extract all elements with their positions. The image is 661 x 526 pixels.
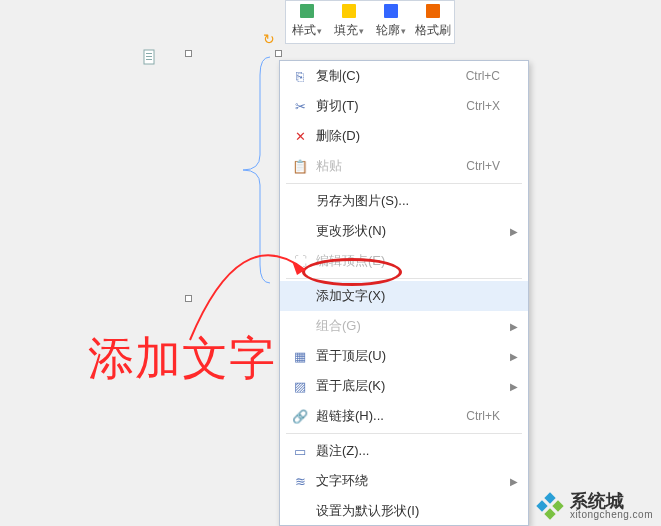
cut-label: 剪切(T) xyxy=(316,97,359,115)
style-label: 样式▾ xyxy=(292,22,322,39)
menu-group: 组合(G)▶ xyxy=(280,311,528,341)
save-as-image-label: 另存为图片(S)... xyxy=(316,192,409,210)
add-text-icon xyxy=(290,286,310,306)
bring-front-label: 置于顶层(U) xyxy=(316,347,386,365)
delete-icon: ✕ xyxy=(290,126,310,146)
outline-icon xyxy=(382,2,400,20)
group-submenu-arrow: ▶ xyxy=(510,321,518,332)
text-wrap-icon: ≋ xyxy=(290,471,310,491)
set-default-label: 设置为默认形状(I) xyxy=(316,502,419,520)
separator xyxy=(286,183,522,184)
svg-rect-10 xyxy=(536,500,547,511)
menu-hyperlink[interactable]: 🔗超链接(H)...Ctrl+K xyxy=(280,401,528,431)
format-painter-label: 格式刷 xyxy=(415,22,451,39)
change-shape-submenu-arrow: ▶ xyxy=(510,226,518,237)
outline-button[interactable]: 轮廓▾ xyxy=(370,1,412,43)
menu-copy[interactable]: ⎘复制(C)Ctrl+C xyxy=(280,61,528,91)
copy-shortcut: Ctrl+C xyxy=(466,69,500,83)
bring-front-submenu-arrow: ▶ xyxy=(510,351,518,362)
delete-label: 删除(D) xyxy=(316,127,360,145)
brace-shape[interactable] xyxy=(165,55,280,285)
paste-icon: 📋 xyxy=(290,156,310,176)
context-menu: ⎘复制(C)Ctrl+C✂剪切(T)Ctrl+X✕删除(D)📋粘贴Ctrl+V另… xyxy=(279,60,529,526)
hyperlink-icon: 🔗 xyxy=(290,406,310,426)
menu-set-default[interactable]: 设置为默认形状(I) xyxy=(280,496,528,526)
hyperlink-label: 超链接(H)... xyxy=(316,407,384,425)
menu-text-wrap[interactable]: ≋文字环绕▶ xyxy=(280,466,528,496)
text-wrap-submenu-arrow: ▶ xyxy=(510,476,518,487)
menu-bring-front[interactable]: ▦置于顶层(U)▶ xyxy=(280,341,528,371)
menu-paste: 📋粘贴Ctrl+V xyxy=(280,151,528,181)
watermark-logo xyxy=(536,492,564,520)
copy-icon: ⎘ xyxy=(290,66,310,86)
style-button[interactable]: 样式▾ xyxy=(286,1,328,43)
menu-change-shape[interactable]: 更改形状(N)▶ xyxy=(280,216,528,246)
copy-label: 复制(C) xyxy=(316,67,360,85)
change-shape-icon xyxy=(290,221,310,241)
caption-icon: ▭ xyxy=(290,441,310,461)
svg-rect-11 xyxy=(552,500,563,511)
send-back-submenu-arrow: ▶ xyxy=(510,381,518,392)
edit-points-label: 编辑顶点(E) xyxy=(316,252,385,270)
save-as-image-icon xyxy=(290,191,310,211)
menu-caption[interactable]: ▭题注(Z)... xyxy=(280,436,528,466)
page-icon xyxy=(143,49,157,65)
text-wrap-label: 文字环绕 xyxy=(316,472,368,490)
svg-rect-3 xyxy=(426,4,440,18)
format-painter-button[interactable]: 格式刷 xyxy=(412,1,454,43)
svg-rect-9 xyxy=(544,492,555,503)
send-back-label: 置于底层(K) xyxy=(316,377,385,395)
menu-cut[interactable]: ✂剪切(T)Ctrl+X xyxy=(280,91,528,121)
format-painter-icon xyxy=(424,2,442,20)
canvas-area: ↻ xyxy=(125,45,305,305)
style-icon xyxy=(298,2,316,20)
svg-rect-1 xyxy=(342,4,356,18)
menu-save-as-image[interactable]: 另存为图片(S)... xyxy=(280,186,528,216)
fill-icon xyxy=(340,2,358,20)
add-text-label: 添加文字(X) xyxy=(316,287,385,305)
annotation-text: 添加文字 xyxy=(88,328,276,390)
svg-rect-2 xyxy=(384,4,398,18)
hyperlink-shortcut: Ctrl+K xyxy=(466,409,500,423)
watermark: 系统城 xitongcheng.com xyxy=(536,492,653,520)
group-icon xyxy=(290,316,310,336)
rotate-handle-icon[interactable]: ↻ xyxy=(263,31,275,47)
group-label: 组合(G) xyxy=(316,317,361,335)
svg-rect-12 xyxy=(544,508,555,519)
send-back-icon: ▨ xyxy=(290,376,310,396)
fill-button[interactable]: 填充▾ xyxy=(328,1,370,43)
shape-toolbar: 样式▾填充▾轮廓▾格式刷 xyxy=(285,0,455,44)
separator xyxy=(286,278,522,279)
svg-rect-7 xyxy=(146,59,152,60)
watermark-title: 系统城 xyxy=(570,492,653,510)
caption-label: 题注(Z)... xyxy=(316,442,369,460)
outline-label: 轮廓▾ xyxy=(376,22,406,39)
edit-points-icon: ⛶ xyxy=(290,251,310,271)
change-shape-label: 更改形状(N) xyxy=(316,222,386,240)
menu-edit-points: ⛶编辑顶点(E) xyxy=(280,246,528,276)
fill-label: 填充▾ xyxy=(334,22,364,39)
menu-add-text[interactable]: 添加文字(X) xyxy=(280,281,528,311)
svg-rect-5 xyxy=(146,53,152,54)
set-default-icon xyxy=(290,501,310,521)
menu-send-back[interactable]: ▨置于底层(K)▶ xyxy=(280,371,528,401)
bring-front-icon: ▦ xyxy=(290,346,310,366)
cut-shortcut: Ctrl+X xyxy=(466,99,500,113)
handle-bottom[interactable] xyxy=(185,295,192,302)
cut-icon: ✂ xyxy=(290,96,310,116)
menu-delete[interactable]: ✕删除(D) xyxy=(280,121,528,151)
paste-shortcut: Ctrl+V xyxy=(466,159,500,173)
svg-rect-0 xyxy=(300,4,314,18)
svg-rect-6 xyxy=(146,56,152,57)
paste-label: 粘贴 xyxy=(316,157,342,175)
watermark-sub: xitongcheng.com xyxy=(570,510,653,520)
separator xyxy=(286,433,522,434)
